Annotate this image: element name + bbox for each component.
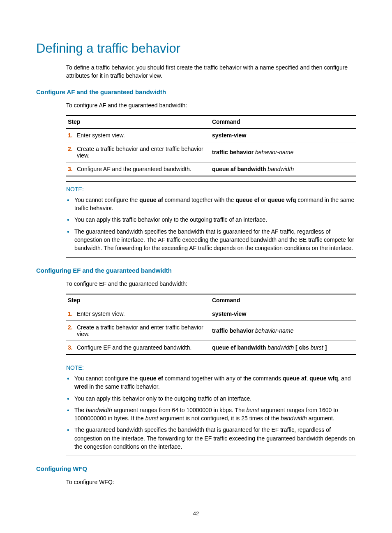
- step-number: 3.: [68, 166, 77, 172]
- intro-paragraph: To define a traffic behavior, you should…: [66, 63, 356, 80]
- lead-ef: To configure EF and the guaranteed bandw…: [66, 280, 356, 288]
- th-step: Step: [66, 116, 212, 129]
- step-number: 1.: [68, 311, 77, 317]
- page-number: 42: [0, 510, 392, 517]
- command-cell: queue ef bandwidth bandwidth [ cbs burst…: [212, 341, 356, 355]
- note-item: You can apply this behavior only to the …: [74, 394, 356, 403]
- section-heading-wfq: Configuring WFQ: [36, 465, 356, 472]
- note-block-ef: NOTE: You cannot configure the queue ef …: [66, 360, 356, 456]
- lead-af: To configure AF and the guaranteed bandw…: [66, 101, 356, 109]
- table-row: 2.Create a traffic behavior and enter tr…: [66, 320, 356, 341]
- th-step: Step: [66, 294, 212, 307]
- command-cell: queue af bandwidth bandwidth: [212, 162, 356, 176]
- command-cell: traffic behavior behavior-name: [212, 320, 356, 341]
- note-item: The bandwidth argument ranges from 64 to…: [74, 406, 356, 423]
- step-desc: Configure EF and the guaranteed bandwidt…: [77, 344, 191, 351]
- table-af: Step Command 1.Enter system view. system…: [66, 115, 356, 176]
- step-desc: Create a traffic behavior and enter traf…: [77, 146, 204, 159]
- th-command: Command: [212, 116, 356, 129]
- page-title: Defining a traffic behavior: [36, 41, 356, 56]
- section-heading-af: Configure AF and the guaranteed bandwidt…: [36, 88, 356, 95]
- note-item: You cannot configure the queue af comman…: [74, 196, 356, 213]
- note-item: The guaranteed bandwidth specifies the b…: [74, 426, 356, 451]
- table-row: 1.Enter system view. system-view: [66, 307, 356, 320]
- step-desc: Configure AF and the guaranteed bandwidt…: [77, 166, 191, 172]
- table-row: 1.Enter system view. system-view: [66, 128, 356, 142]
- lead-wfq: To configure WFQ:: [66, 478, 356, 486]
- note-label: NOTE:: [66, 364, 356, 371]
- command-cell: traffic behavior behavior-name: [212, 142, 356, 162]
- step-desc: Enter system view.: [77, 311, 125, 317]
- table-ef: Step Command 1.Enter system view. system…: [66, 294, 356, 355]
- table-row: 2.Create a traffic behavior and enter tr…: [66, 142, 356, 162]
- section-heading-ef: Configuring EF and the guaranteed bandwi…: [36, 267, 356, 274]
- note-item: You cannot configure the queue ef comman…: [74, 374, 356, 391]
- table-row: 3.Configure EF and the guaranteed bandwi…: [66, 341, 356, 355]
- step-number: 3.: [68, 344, 77, 351]
- step-number: 2.: [68, 146, 77, 152]
- command-cell: system-view: [212, 307, 356, 320]
- note-label: NOTE:: [66, 186, 356, 192]
- step-desc: Create a traffic behavior and enter traf…: [77, 324, 204, 337]
- table-row: 3.Configure AF and the guaranteed bandwi…: [66, 162, 356, 176]
- note-item: You can apply this traffic behavior only…: [74, 216, 356, 224]
- command-cell: system-view: [212, 128, 356, 142]
- step-number: 2.: [68, 324, 77, 331]
- note-block-af: NOTE: You cannot configure the queue af …: [66, 181, 356, 258]
- th-command: Command: [212, 294, 356, 307]
- step-desc: Enter system view.: [77, 132, 125, 139]
- note-item: The guaranteed bandwidth specifies the b…: [74, 227, 356, 253]
- step-number: 1.: [68, 132, 77, 139]
